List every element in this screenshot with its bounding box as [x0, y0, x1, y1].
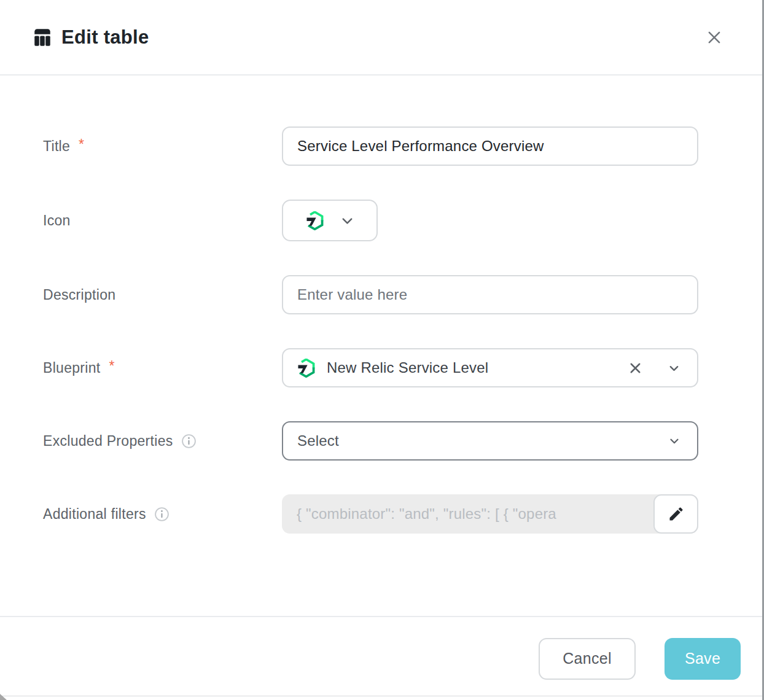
corner-resize-artifact: [0, 694, 7, 700]
close-button[interactable]: [702, 25, 727, 50]
additional-filters-field: { "combinator": "and", "rules": [ { "ope…: [282, 494, 698, 534]
page-title: Edit table: [61, 26, 149, 49]
new-relic-logo-icon: [305, 211, 324, 230]
info-icon[interactable]: [181, 434, 197, 449]
chevron-down-icon: [340, 214, 354, 228]
excluded-properties-label: Excluded Properties: [43, 433, 282, 449]
modal-header: Edit table: [0, 0, 762, 76]
field-row-additional-filters: Additional filters { "combinator": "and"…: [43, 494, 762, 534]
cancel-button[interactable]: Cancel: [539, 638, 636, 680]
additional-filters-label-text: Additional filters: [43, 506, 146, 523]
pencil-icon: [668, 505, 685, 523]
additional-filters-control: { "combinator": "and", "rules": [ { "ope…: [282, 494, 698, 534]
blueprint-label: Blueprint*: [43, 360, 282, 376]
bottom-edge-line: [0, 696, 762, 696]
excluded-properties-control: Select: [282, 421, 698, 461]
description-input[interactable]: [282, 275, 698, 314]
table-icon: [32, 27, 53, 48]
icon-picker-button[interactable]: [282, 200, 378, 241]
clear-icon: [627, 360, 644, 376]
required-asterisk: *: [109, 358, 114, 375]
close-icon: [705, 28, 723, 47]
chevron-down-icon: [668, 434, 681, 448]
blueprint-clear-button[interactable]: [627, 360, 644, 376]
modal-footer: Cancel Save: [0, 616, 762, 700]
blueprint-selected-value: New Relic Service Level: [327, 359, 488, 376]
field-row-icon: Icon: [43, 200, 762, 241]
icon-label-text: Icon: [43, 212, 71, 229]
excluded-properties-placeholder: Select: [297, 432, 339, 449]
description-control: [282, 275, 698, 314]
additional-filters-label: Additional filters: [43, 506, 282, 523]
excluded-properties-select[interactable]: Select: [282, 421, 698, 461]
field-row-description: Description: [43, 275, 762, 314]
field-row-title: Title*: [43, 126, 762, 166]
icon-control: [282, 200, 698, 241]
blueprint-select[interactable]: New Relic Service Level: [282, 348, 698, 387]
edit-table-modal: Edit table Title* Icon: [0, 0, 764, 700]
field-row-blueprint: Blueprint* New Relic Service Level: [43, 348, 762, 387]
blueprint-label-text: Blueprint: [43, 360, 100, 376]
title-label-text: Title: [43, 138, 70, 155]
title-label: Title*: [43, 138, 282, 155]
modal-body: Title* Icon: [0, 76, 762, 534]
required-asterisk: *: [79, 136, 84, 153]
description-label-text: Description: [43, 287, 115, 303]
blueprint-control: New Relic Service Level: [282, 348, 698, 387]
save-button[interactable]: Save: [665, 638, 741, 680]
new-relic-logo-icon: [297, 359, 316, 378]
description-label: Description: [43, 287, 282, 303]
excluded-properties-label-text: Excluded Properties: [43, 433, 173, 449]
info-icon[interactable]: [154, 507, 170, 522]
icon-label: Icon: [43, 212, 282, 229]
chevron-down-icon: [667, 361, 681, 375]
title-input[interactable]: [282, 126, 698, 166]
title-control: [282, 126, 698, 166]
additional-filters-value: { "combinator": "and", "rules": [ { "ope…: [282, 494, 698, 534]
additional-filters-edit-button[interactable]: [653, 494, 698, 534]
field-row-excluded-properties: Excluded Properties Select: [43, 421, 762, 461]
